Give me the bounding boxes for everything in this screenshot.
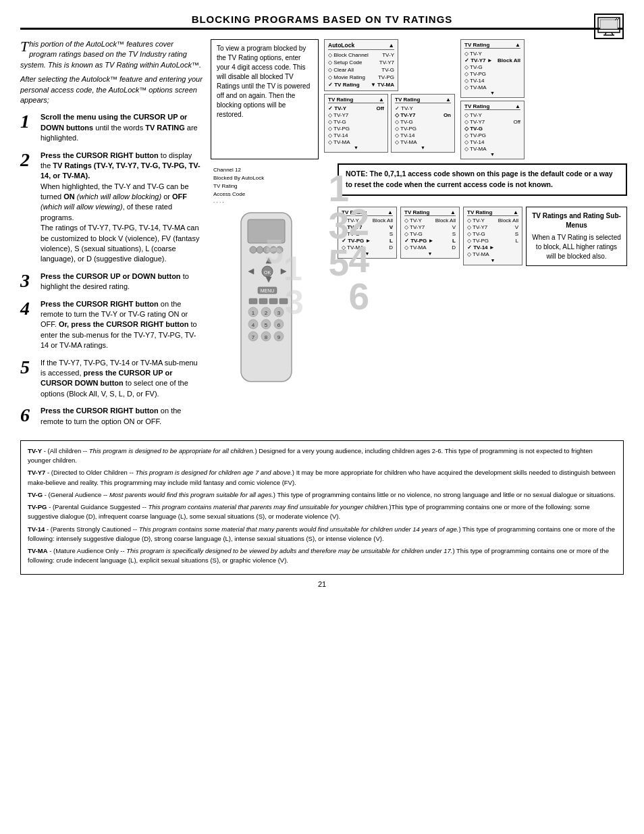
channel-line2: Blocked By AutoLock (213, 174, 332, 182)
tv-rating-1-y7: ◇ TV-Y7 (328, 111, 384, 118)
intro-text: This portion of the AutoLock™ features c… (20, 39, 203, 105)
tv-rating-2-pg: ◇ TV-PG (395, 125, 451, 132)
sub-menu-3-arrow-up: ▲ (513, 209, 518, 215)
note-box: NOTE: The 0,7,1,1 access code shown on t… (338, 163, 627, 196)
tv-rating-3-ma: ◇ TV-MA (464, 84, 520, 90)
definitions-section: TV-Y - (All children -- This program is … (20, 440, 624, 575)
note-bold-text: NOTE: The 0,7,1,1 access code shown on t… (346, 170, 613, 188)
tv-rating-4-arrow-down: ▼ (464, 152, 520, 157)
svg-text:3: 3 (285, 284, 304, 321)
tv-rating-4-header: TV Rating ▲ (464, 103, 520, 110)
remote-svg: OK MENU 1 2 (211, 209, 322, 385)
sm2-y7: ◇ TV-Y7V (404, 224, 456, 231)
sub-menu-1-header: TV Rating ▲ (342, 209, 393, 216)
sm1-ma: ◇ TV-MAD (342, 244, 393, 251)
sub-menu-3-header: TV Rating ▲ (467, 209, 518, 216)
tv-rating-4-y7: ◇ TV-Y7Off (464, 118, 520, 125)
svg-rect-1 (600, 20, 618, 29)
page-header: Blocking Programs Based on TV Ratings (20, 14, 624, 30)
step-3: 3 Press the CURSOR UP or DOWN button to … (20, 271, 203, 292)
autolock-bullet-2: ◇ Setup Code (328, 59, 362, 66)
sub-menu-2: TV Rating ▲ ◇ TV-YBlock All ◇ TV-Y7V ◇ T… (400, 207, 460, 259)
step-3-number: 3 (20, 271, 35, 290)
tv-rating-1-pg: ◇ TV-PG (328, 125, 384, 132)
intro-p1: his portion of the AutoLock™ features co… (20, 40, 201, 69)
sub-menu-1-title: TV Rating (342, 209, 367, 215)
main-content: This portion of the AutoLock™ features c… (20, 39, 624, 434)
tv-rating-3-arrow-down: ▼ (464, 90, 520, 95)
autolock-bullet-3: ◇ Clear All (328, 67, 354, 73)
channel-line4: Access Code (213, 190, 332, 199)
tv-rating-2-14: ◇ TV-14 (395, 132, 451, 138)
sub-menu-1-arrow-up: ▲ (387, 209, 393, 215)
tv-rating-4-title: TV Rating (464, 103, 489, 109)
step-6-number: 6 (20, 406, 35, 425)
autolock-val-5: ▼ TV-MA (371, 82, 394, 88)
sm2-pg: ✓ TV-PG ►L (404, 238, 456, 244)
tv-rating-2-title: TV Rating (395, 97, 420, 103)
step-2-number: 2 (20, 151, 35, 170)
right-column: To view a program blocked by the TV Rati… (211, 39, 627, 434)
remote-container: Channel 12 Blocked By AutoLock TV Rating… (211, 163, 332, 386)
header-icon (594, 14, 624, 39)
tv-rating-menu-2: TV Rating ▲ ✓ TV-Y ◇ TV-Y7On ◇ TV-G ◇ TV… (391, 94, 455, 153)
svg-rect-22 (249, 298, 257, 304)
sm3-g: ◇ TV-GS (467, 231, 518, 238)
tv-rating-4-ma: ◇ TV-MA (464, 145, 520, 152)
tv-rating-1-arrow-up: ▲ (379, 97, 384, 103)
sm2-arrow-down: ▼ (404, 251, 456, 256)
tv-rating-1-y: ✓ TV-YOff (328, 105, 384, 111)
tv-rating-menu-1: TV Rating ▲ ✓ TV-YOff ◇ TV-Y7 ◇ TV-G ◇ T… (324, 94, 388, 153)
tv-rating-4-pg: ◇ TV-PG (464, 132, 520, 138)
sub-menu-3-title: TV Rating (467, 209, 492, 215)
page-title: Blocking Programs Based on TV Ratings (20, 14, 624, 25)
tv-rating-menu-4: TV Rating ▲ ◇ TV-Y ◇ TV-Y7Off ◇ TV-G ◇ T… (460, 101, 525, 159)
svg-text:5: 5 (265, 233, 284, 271)
tv-rating-1-g: ◇ TV-G (328, 118, 384, 125)
step-1-text: Scroll the menu using the CURSOR UP or D… (41, 112, 203, 143)
tv-rating-4-y: ◇ TV-Y (464, 111, 520, 118)
tv-rating-2-arrow-up: ▲ (446, 97, 451, 103)
sm2-y: ◇ TV-YBlock All (404, 217, 456, 224)
sm2-ma: ◇ TV-MAD (404, 244, 456, 251)
description-box: To view a program blocked by the TV Rati… (211, 39, 319, 159)
step-4: 4 Press the CURSOR RIGHT button on the r… (20, 299, 203, 351)
step-2: 2 Press the CURSOR RIGHT button to displ… (20, 151, 203, 265)
autolock-val-1: TV-Y (382, 52, 394, 58)
sm3-pg: ◇ TV-PGL (467, 238, 518, 244)
sm1-arrow-down: ▼ (342, 251, 393, 256)
sm1-g: ◇ TV-GS (342, 231, 393, 238)
bottom-info-title: TV Ratings and Rating Sub-Menus (531, 211, 622, 230)
svg-text:6: 6 (277, 322, 281, 328)
svg-text:5: 5 (265, 322, 268, 328)
tv-rating-2-y: ✓ TV-Y (395, 105, 451, 111)
autolock-row-movie-rating: ◇ Movie Rating TV-PG (328, 74, 394, 81)
page-number: 21 (20, 580, 624, 588)
bottom-info-box: TV Ratings and Rating Sub-Menus When a T… (526, 207, 627, 266)
step-4-text: Press the CURSOR RIGHT button on the rem… (41, 299, 203, 351)
sm3-ma: ◇ TV-MA (467, 251, 518, 258)
step-5-number: 5 (20, 358, 35, 377)
autolock-row-tv-rating: ✓ TV Rating ▼ TV-MA (328, 81, 394, 88)
tv-rating-menu-3: TV Rating ▲ ◇ TV-Y ✓ TV-Y7 ►Block All ◇ … (460, 39, 525, 98)
tv-rating-4-arrow-up: ▲ (515, 103, 520, 109)
svg-line-6 (617, 18, 619, 20)
def-tv-g: TV-G - (General Audience -- Most parents… (28, 490, 616, 500)
tv-rating-2-arrow-down: ▼ (395, 145, 451, 150)
channel-info: Channel 12 Blocked By AutoLock TV Rating… (213, 166, 332, 207)
tv-rating-3-y: ◇ TV-Y (464, 50, 520, 57)
svg-text:1: 1 (252, 310, 255, 316)
autolock-bullet-1: ◇ Block Channel (328, 52, 369, 58)
autolock-bullet-4: ◇ Movie Rating (328, 74, 365, 80)
svg-point-9 (250, 246, 257, 253)
bottom-menus-row: TV Rating ▲ ◇ TV-YBlock All ◇ TV-Y7V ◇ T… (338, 207, 627, 266)
tv-rating-1-header: TV Rating ▲ (328, 97, 384, 103)
intro-first-letter: T (20, 39, 28, 54)
sub-menu-2-arrow-up: ▲ (450, 209, 456, 215)
step-1-number: 1 (20, 112, 35, 131)
def-tv-y7: TV-Y7 - (Directed to Older Children -- T… (28, 468, 616, 488)
tv-rating-1-arrow-down: ▼ (328, 145, 384, 150)
def-tv-14: TV-14 - (Parents Strongly Cautioned -- T… (28, 525, 616, 544)
autolock-row-setup-code: ◇ Setup Code TV-Y7 (328, 59, 394, 66)
tv-rating-2-ma: ◇ TV-MA (395, 138, 451, 145)
